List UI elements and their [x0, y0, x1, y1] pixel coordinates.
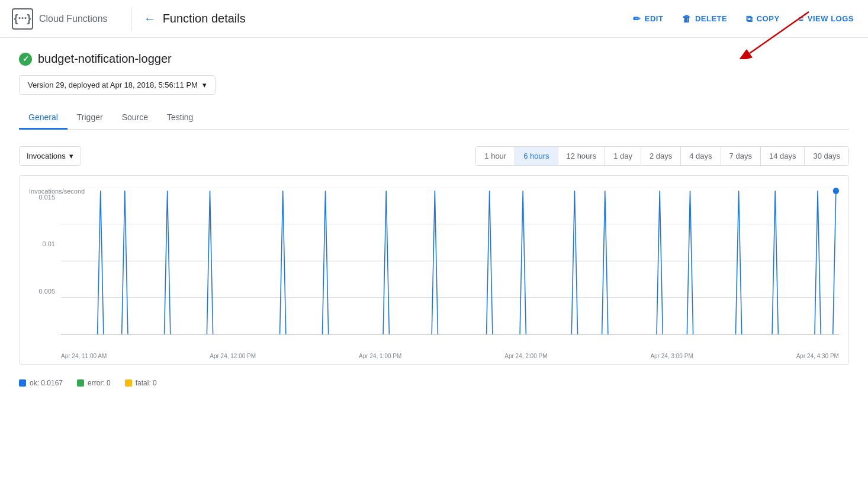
- status-icon: ✓: [19, 53, 32, 66]
- legend-fatal: fatal: 0: [125, 379, 157, 387]
- y-tick-1: 0.005: [38, 288, 55, 295]
- time-btn-1hour[interactable]: 1 hour: [476, 147, 515, 165]
- topbar-actions: ✏ EDIT 🗑 DELETE ⧉ COPY ≡ VIEW LOGS: [631, 10, 856, 28]
- version-label: Version 29, deployed at Apr 18, 2018, 5:…: [28, 81, 198, 89]
- copy-icon: ⧉: [746, 14, 753, 24]
- time-btn-30days[interactable]: 30 days: [805, 147, 848, 165]
- app-logo: {···} Cloud Functions: [12, 8, 108, 30]
- legend-ok: ok: 0.0167: [19, 379, 63, 387]
- legend-fatal-swatch: [125, 379, 132, 387]
- function-name: budget-notification-logger: [38, 52, 172, 66]
- time-btn-14days[interactable]: 14 days: [761, 147, 805, 165]
- legend-fatal-label: fatal: 0: [136, 379, 157, 387]
- delete-icon: 🗑: [682, 14, 692, 24]
- time-btn-6hours[interactable]: 6 hours: [515, 147, 558, 165]
- topbar-divider: [131, 7, 132, 31]
- time-btn-12hours[interactable]: 12 hours: [558, 147, 606, 165]
- app-name: Cloud Functions: [39, 14, 108, 24]
- metric-dropdown[interactable]: Invocations ▾: [19, 146, 81, 166]
- legend-ok-swatch: [19, 379, 26, 387]
- svg-point-8: [833, 188, 839, 194]
- page-title: Function details: [163, 12, 631, 25]
- x-label-2: Apr 24, 1:00 PM: [359, 353, 401, 359]
- tab-source[interactable]: Source: [112, 107, 157, 130]
- main-content: ✓ budget-notification-logger Version 29,…: [0, 38, 868, 406]
- x-label-0: Apr 24, 11:00 AM: [61, 353, 107, 359]
- view-logs-icon: ≡: [799, 14, 804, 24]
- back-icon: ←: [144, 12, 156, 25]
- legend-ok-label: ok: 0.0167: [30, 379, 63, 387]
- time-btn-7days[interactable]: 7 days: [721, 147, 761, 165]
- function-header: ✓ budget-notification-logger: [19, 52, 849, 66]
- x-label-3: Apr 24, 2:00 PM: [504, 353, 547, 359]
- edit-button[interactable]: ✏ EDIT: [631, 10, 666, 28]
- legend-error-label: error: 0: [88, 379, 111, 387]
- metric-row: Invocations ▾ 1 hour 6 hours 12 hours 1 …: [19, 146, 849, 166]
- time-btn-1day[interactable]: 1 day: [605, 147, 641, 165]
- version-chevron-icon: ▾: [202, 81, 207, 89]
- time-btn-4days[interactable]: 4 days: [681, 147, 721, 165]
- chart-container: Invocations/second: [19, 175, 849, 365]
- x-label-4: Apr 24, 3:00 PM: [650, 353, 693, 359]
- y-tick-3: 0.015: [38, 194, 55, 201]
- topbar: {···} Cloud Functions ← Function details…: [0, 0, 868, 38]
- logo-icon: {···}: [12, 8, 33, 30]
- legend-error: error: 0: [77, 379, 111, 387]
- legend-error-swatch: [77, 379, 84, 387]
- version-dropdown[interactable]: Version 29, deployed at Apr 18, 2018, 5:…: [19, 75, 216, 95]
- metric-label: Invocations: [27, 152, 66, 160]
- tab-general[interactable]: General: [19, 107, 67, 130]
- delete-button[interactable]: 🗑 DELETE: [680, 10, 729, 27]
- tab-testing[interactable]: Testing: [157, 107, 202, 130]
- x-label-5: Apr 24, 4:30 PM: [796, 353, 839, 359]
- chart-svg: [61, 188, 839, 334]
- x-axis-labels: Apr 24, 11:00 AM Apr 24, 12:00 PM Apr 24…: [61, 353, 839, 359]
- y-axis-ticks: 0.015 0.01 0.005: [29, 194, 60, 334]
- tab-trigger[interactable]: Trigger: [67, 107, 112, 130]
- x-label-1: Apr 24, 12:00 PM: [210, 353, 256, 359]
- edit-icon: ✏: [633, 14, 641, 24]
- back-button[interactable]: ←: [144, 12, 156, 25]
- time-btn-2days[interactable]: 2 days: [641, 147, 681, 165]
- y-tick-2: 0.01: [43, 240, 55, 247]
- chart-legend: ok: 0.0167 error: 0 fatal: 0: [19, 374, 849, 392]
- time-range-buttons: 1 hour 6 hours 12 hours 1 day 2 days 4 d…: [475, 146, 849, 166]
- tabs: General Trigger Source Testing: [19, 107, 849, 130]
- copy-button[interactable]: ⧉ COPY: [744, 10, 782, 28]
- metric-chevron-icon: ▾: [69, 152, 73, 160]
- view-logs-button[interactable]: ≡ VIEW LOGS: [796, 10, 856, 27]
